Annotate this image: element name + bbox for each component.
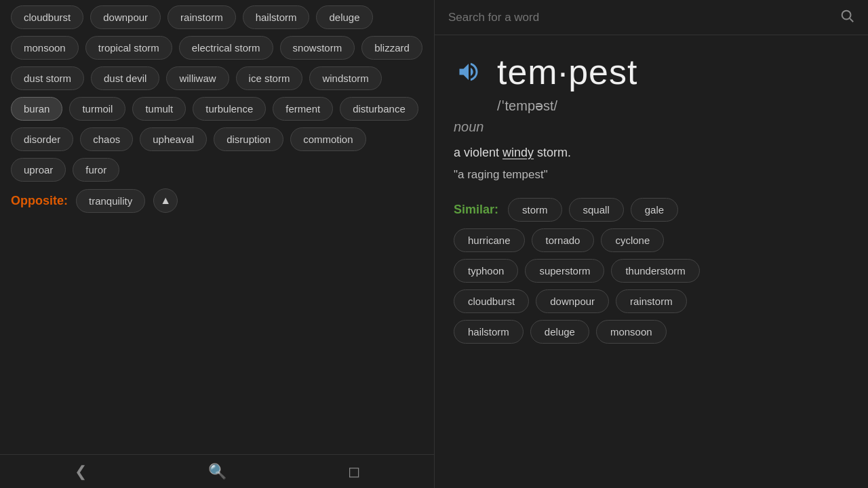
tag-williwaw[interactable]: williwaw bbox=[166, 66, 229, 90]
tag-chaos[interactable]: chaos bbox=[80, 127, 133, 151]
tag-ferment[interactable]: ferment bbox=[273, 97, 333, 121]
similar-typhoon[interactable]: typhoon bbox=[454, 259, 518, 283]
tag-dust-devil[interactable]: dust devil bbox=[91, 66, 159, 90]
collapse-button[interactable]: ▲ bbox=[153, 188, 178, 213]
chevron-up-icon: ▲ bbox=[160, 195, 171, 207]
tag-rainstorm[interactable]: rainstorm bbox=[167, 5, 236, 29]
search-nav-icon[interactable]: 🔍 bbox=[208, 463, 226, 481]
similar-cyclone[interactable]: cyclone bbox=[601, 228, 664, 252]
tag-disturbance[interactable]: disturbance bbox=[340, 97, 418, 121]
similar-thunderstorm[interactable]: thunderstorm bbox=[611, 259, 699, 283]
tag-tranquility[interactable]: tranquility bbox=[76, 189, 145, 213]
similar-cloudburst[interactable]: cloudburst bbox=[454, 289, 529, 313]
tag-electrical-storm[interactable]: electrical storm bbox=[179, 36, 273, 60]
tag-hailstorm[interactable]: hailstorm bbox=[243, 5, 310, 29]
similar-rainstorm[interactable]: rainstorm bbox=[616, 289, 687, 313]
share-icon[interactable]: ◻ bbox=[348, 463, 360, 481]
tag-turmoil[interactable]: turmoil bbox=[69, 97, 125, 121]
svg-line-1 bbox=[850, 18, 853, 22]
tag-uproar[interactable]: uproar bbox=[11, 158, 66, 182]
similar-label: Similar: bbox=[454, 203, 498, 217]
tag-tropical-storm[interactable]: tropical storm bbox=[85, 36, 172, 60]
tag-commotion[interactable]: commotion bbox=[290, 127, 366, 151]
back-icon[interactable]: ❮ bbox=[75, 463, 87, 481]
similar-row-1: Similar: storm squall gale bbox=[454, 198, 849, 222]
tag-monsoon[interactable]: monsoon bbox=[11, 36, 79, 60]
similar-monsoon[interactable]: monsoon bbox=[596, 320, 667, 344]
speaker-button[interactable] bbox=[454, 57, 484, 87]
tag-downpour[interactable]: downpour bbox=[90, 5, 161, 29]
opposite-label: Opposite: bbox=[11, 194, 68, 208]
part-of-speech: noun bbox=[435, 117, 868, 140]
tag-dust-storm[interactable]: dust storm bbox=[11, 66, 84, 90]
example: "a raging tempest" bbox=[435, 165, 868, 192]
tag-upheaval[interactable]: upheaval bbox=[140, 127, 207, 151]
phonetic: /ˈtempəst/ bbox=[435, 98, 868, 117]
tag-ice-storm[interactable]: ice storm bbox=[236, 66, 303, 90]
similar-row-4: cloudburst downpour rainstorm bbox=[454, 289, 849, 313]
similar-section: Similar: storm squall gale hurricane tor… bbox=[435, 192, 868, 356]
search-icon[interactable] bbox=[840, 8, 854, 26]
tag-snowstorm[interactable]: snowstorm bbox=[280, 36, 355, 60]
right-panel: tem·pest /ˈtempəst/ noun a violent windy… bbox=[435, 0, 868, 488]
similar-row-3: typhoon superstorm thunderstorm bbox=[454, 259, 849, 283]
search-bar bbox=[435, 0, 868, 35]
definition: a violent windy storm. bbox=[435, 140, 868, 165]
left-panel: cloudburst downpour rainstorm hailstorm … bbox=[0, 0, 434, 488]
tag-disruption[interactable]: disruption bbox=[214, 127, 283, 151]
word-title: tem·pest bbox=[497, 52, 637, 92]
similar-storm[interactable]: storm bbox=[508, 198, 562, 222]
similar-hurricane[interactable]: hurricane bbox=[454, 228, 525, 252]
similar-hailstorm[interactable]: hailstorm bbox=[454, 320, 524, 344]
similar-row-5: hailstorm deluge monsoon bbox=[454, 320, 849, 344]
tag-blizzard[interactable]: blizzard bbox=[361, 36, 422, 60]
definition-post: storm. bbox=[534, 146, 571, 159]
definition-pre: a violent bbox=[454, 146, 502, 159]
search-input[interactable] bbox=[448, 11, 831, 24]
svg-point-0 bbox=[842, 11, 851, 20]
similar-row-2: hurricane tornado cyclone bbox=[454, 228, 849, 252]
tag-cloudburst[interactable]: cloudburst bbox=[11, 5, 83, 29]
similar-gale[interactable]: gale bbox=[631, 198, 678, 222]
tag-deluge[interactable]: deluge bbox=[316, 5, 372, 29]
tag-disorder[interactable]: disorder bbox=[11, 127, 73, 151]
tag-tumult[interactable]: tumult bbox=[132, 97, 186, 121]
similar-squall[interactable]: squall bbox=[569, 198, 624, 222]
opposite-row: Opposite: tranquility ▲ bbox=[11, 188, 423, 216]
tag-buran[interactable]: buran bbox=[11, 97, 62, 121]
tag-turbulence[interactable]: turbulence bbox=[193, 97, 266, 121]
similar-downpour[interactable]: downpour bbox=[536, 289, 609, 313]
word-header: tem·pest bbox=[435, 35, 868, 98]
definition-link: windy bbox=[502, 146, 534, 159]
similar-tornado[interactable]: tornado bbox=[532, 228, 595, 252]
tag-windstorm[interactable]: windstorm bbox=[309, 66, 381, 90]
top-tags: cloudburst downpour rainstorm hailstorm … bbox=[11, 0, 423, 182]
similar-superstorm[interactable]: superstorm bbox=[525, 259, 604, 283]
tag-furor[interactable]: furor bbox=[73, 158, 119, 182]
bottom-nav: ❮ 🔍 ◻ bbox=[0, 454, 434, 488]
similar-deluge[interactable]: deluge bbox=[530, 320, 589, 344]
